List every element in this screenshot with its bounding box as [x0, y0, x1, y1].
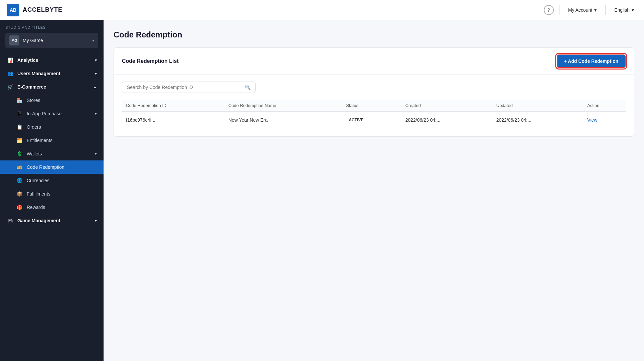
col-header-id: Code Redemption ID	[122, 100, 224, 112]
col-header-created: Created	[401, 100, 492, 112]
entitlements-label: Entitlements	[27, 138, 52, 143]
users-icon: 👥	[7, 71, 13, 76]
ecommerce-label: E-Commerce	[17, 84, 46, 90]
search-box: 🔍	[122, 82, 256, 93]
studio-section: STUDIO AND TITLES MG My Game ▾	[0, 20, 104, 51]
table-container: Code Redemption ID Code Redemption Name …	[114, 100, 634, 136]
cell-updated: 2022/06/23 04:...	[492, 112, 583, 129]
ecommerce-icon: 🛒	[7, 84, 13, 90]
sidebar-item-analytics[interactable]: 📊 Analytics ▾	[0, 53, 104, 67]
game-management-label: Game Management	[17, 218, 60, 223]
view-action-link[interactable]: View	[587, 117, 597, 123]
col-header-status: Status	[342, 100, 401, 112]
my-account-chevron: ▾	[594, 7, 597, 13]
game-management-chevron: ▾	[95, 219, 97, 223]
table-header: Code Redemption ID Code Redemption Name …	[122, 100, 626, 112]
code-redemption-table: Code Redemption ID Code Redemption Name …	[122, 100, 626, 128]
language-label: English	[614, 7, 630, 13]
search-area: 🔍	[114, 75, 634, 100]
in-app-label: In-App Purchase	[27, 111, 61, 116]
studio-selector[interactable]: MG My Game ▾	[5, 33, 98, 48]
fulfillments-icon: 📦	[16, 191, 23, 197]
rewards-icon: 🎁	[16, 205, 23, 210]
header-divider-2	[605, 5, 606, 15]
table-body: f16bc976c4f... New Year New Era ACTIVE 2…	[122, 112, 626, 129]
sidebar-item-fulfillments[interactable]: 📦 Fulfillments	[0, 187, 104, 201]
game-management-icon: 🎮	[7, 218, 13, 223]
search-icon: 🔍	[245, 85, 251, 90]
users-chevron: ▾	[95, 72, 97, 76]
analytics-label: Analytics	[17, 57, 38, 63]
in-app-chevron: ▾	[95, 112, 97, 116]
sidebar-item-game-management[interactable]: 🎮 Game Management ▾	[0, 214, 104, 227]
studio-name: My Game	[23, 38, 89, 43]
col-header-updated: Updated	[492, 100, 583, 112]
orders-label: Orders	[27, 124, 41, 130]
header-divider	[559, 5, 559, 15]
sidebar-item-users-management[interactable]: 👥 Users Management ▾	[0, 67, 104, 80]
help-icon[interactable]: ?	[544, 5, 554, 15]
language-dropdown[interactable]: English ▾	[611, 5, 637, 15]
my-account-dropdown[interactable]: My Account ▾	[565, 5, 600, 15]
cell-action: View	[583, 112, 626, 129]
cell-id: f16bc976c4f...	[122, 112, 224, 129]
stores-label: Stores	[27, 98, 40, 103]
header-right: ? My Account ▾ English ▾	[544, 5, 637, 15]
studio-chevron: ▾	[92, 38, 94, 43]
rewards-label: Rewards	[27, 205, 45, 210]
sidebar-item-ecommerce[interactable]: 🛒 E-Commerce ▲	[0, 80, 104, 94]
col-header-action: Action	[583, 100, 626, 112]
add-code-redemption-button[interactable]: + Add Code Redemption	[557, 54, 626, 68]
card-header: Code Redemption List + Add Code Redempti…	[114, 48, 634, 75]
sidebar-item-wallets[interactable]: 💲 Wallets ▾	[0, 147, 104, 160]
wallets-label: Wallets	[27, 151, 42, 156]
page-title: Code Redemption	[114, 30, 634, 39]
users-management-label: Users Management	[17, 71, 60, 76]
stores-icon: 🏪	[16, 98, 23, 103]
code-redemption-icon: 🎫	[16, 164, 23, 170]
language-chevron: ▾	[632, 7, 634, 13]
currencies-icon: 🌐	[16, 178, 23, 183]
sidebar-item-rewards[interactable]: 🎁 Rewards	[0, 201, 104, 214]
orders-icon: 📋	[16, 124, 23, 130]
currencies-label: Currencies	[27, 178, 49, 183]
sidebar-item-entitlements[interactable]: 🗂️ Entitlements	[0, 134, 104, 147]
sidebar: STUDIO AND TITLES MG My Game ▾ 📊 Analyti…	[0, 20, 104, 361]
code-redemption-card: Code Redemption List + Add Code Redempti…	[114, 47, 634, 137]
analytics-icon: 📊	[7, 57, 13, 63]
accelbyte-logo: AB	[7, 4, 19, 16]
fulfillments-label: Fulfillments	[27, 191, 50, 197]
search-input[interactable]	[127, 85, 245, 90]
ecommerce-chevron: ▲	[93, 85, 97, 89]
cell-status: ACTIVE	[342, 112, 401, 129]
analytics-chevron: ▾	[95, 58, 97, 63]
sidebar-item-stores[interactable]: 🏪 Stores	[0, 94, 104, 107]
content-area: Code Redemption Code Redemption List + A…	[104, 20, 644, 361]
col-header-name: Code Redemption Name	[224, 100, 342, 112]
nav-section: 📊 Analytics ▾ 👥 Users Management ▾ 🛒 E-C…	[0, 51, 104, 230]
cell-name: New Year New Era	[224, 112, 342, 129]
my-account-label: My Account	[568, 7, 592, 13]
sidebar-item-in-app-purchase[interactable]: 📱 In-App Purchase ▾	[0, 107, 104, 120]
studio-avatar: MG	[9, 35, 19, 45]
main-layout: STUDIO AND TITLES MG My Game ▾ 📊 Analyti…	[0, 20, 644, 361]
cell-created: 2022/06/23 04:...	[401, 112, 492, 129]
top-header: AB ACCELBYTE ? My Account ▾ English ▾	[0, 0, 644, 20]
status-badge: ACTIVE	[346, 117, 366, 123]
logo-text: ACCELBYTE	[23, 6, 62, 13]
sidebar-item-code-redemption[interactable]: 🎫 Code Redemption	[0, 160, 104, 174]
sidebar-item-currencies[interactable]: 🌐 Currencies	[0, 174, 104, 187]
sidebar-item-orders[interactable]: 📋 Orders	[0, 120, 104, 134]
table-row: f16bc976c4f... New Year New Era ACTIVE 2…	[122, 112, 626, 129]
in-app-icon: 📱	[16, 111, 23, 116]
logo-area: AB ACCELBYTE	[7, 4, 62, 16]
studio-label: STUDIO AND TITLES	[5, 25, 98, 29]
entitlements-icon: 🗂️	[16, 138, 23, 143]
code-redemption-label: Code Redemption	[27, 164, 64, 170]
card-title: Code Redemption List	[122, 58, 179, 64]
wallets-chevron: ▾	[95, 152, 97, 156]
wallets-icon: 💲	[16, 151, 23, 156]
